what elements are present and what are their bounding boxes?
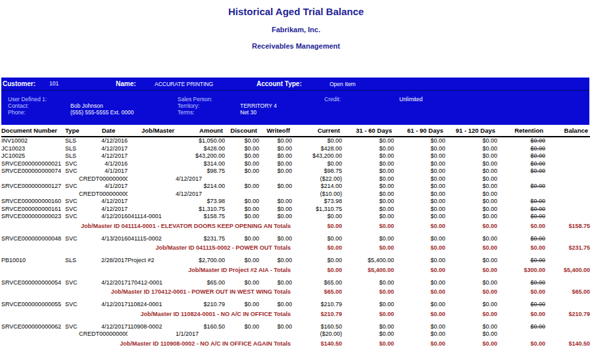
col-header-date: Date bbox=[89, 125, 128, 137]
col-header-discount: Discount bbox=[225, 125, 259, 137]
job-master-total-row: Job/Master ID 110908-0002 - NO A/C IN OF… bbox=[1, 338, 590, 348]
col-header-current: Current bbox=[292, 125, 342, 137]
col-header-job-master: Job/Master bbox=[128, 125, 179, 137]
col-header-writeoff: Writeoff bbox=[259, 125, 292, 137]
terms-label: Terms: bbox=[178, 109, 195, 116]
credit-value: Unlimited bbox=[399, 96, 422, 102]
contact-value: Bob Johnson bbox=[70, 102, 103, 109]
credit-apply-row: CREDT0000000000024/12/2017($10.00)$0.00$… bbox=[1, 191, 590, 198]
col-header-amount: Amount bbox=[179, 125, 225, 137]
col-header-type: Type bbox=[65, 125, 89, 137]
customer-header-bar: Customer: 101 Name: ACCURATE PRINTING Ac… bbox=[1, 78, 589, 125]
account-type-label: Account Type: bbox=[257, 80, 302, 87]
job-master-total-row: Job/Master ID Project #2 AIA - Totals$0.… bbox=[1, 265, 590, 275]
job-master-total-row: Job/Master ID 041114-0001 - ELEVATOR DOO… bbox=[1, 221, 590, 231]
report-title: Historical Aged Trial Balance bbox=[0, 6, 592, 17]
document-row: SRVCE000000000161SVC4/12/2017$1,310.75$0… bbox=[1, 206, 590, 214]
company-name: Fabrikam, Inc. bbox=[0, 26, 592, 34]
document-row: SRVCE000000000062SVC4/12/2017110908-0002… bbox=[1, 323, 590, 331]
spacer-row bbox=[1, 296, 590, 301]
col-header-91-120-days: 91 - 120 Days bbox=[445, 125, 497, 137]
document-row: JC10025SLS4/12/2017$43,200.00$0.00$0.00$… bbox=[1, 152, 590, 160]
document-row: JC10023SLS4/12/2017$428.00$0.00$0.00$428… bbox=[1, 145, 590, 153]
spacer-row bbox=[1, 319, 590, 323]
document-row: SRVCE000000000023SVC4/12/2016041114-0001… bbox=[1, 213, 590, 221]
document-row: SRVCE000000000074SVC4/1/2017$98.75$0.00$… bbox=[1, 168, 590, 175]
document-row: PB10010SLS2/28/2017Project #2$2,700.00$0… bbox=[1, 257, 590, 265]
col-header-document-number: Document Number bbox=[1, 125, 65, 137]
job-master-total-row: Job/Master ID 041115-0002 - POWER OUT To… bbox=[1, 242, 590, 252]
bar-separator bbox=[1, 90, 589, 91]
phone-value: (555) 555-5555 Ext. 0000 bbox=[70, 109, 134, 116]
credit-label: Credit: bbox=[324, 96, 341, 102]
spacer-row bbox=[1, 275, 590, 279]
user-defined-label: User Defined 1: bbox=[8, 96, 47, 102]
terms-value: Net 30 bbox=[240, 109, 257, 116]
sales-person-label: Sales Person: bbox=[178, 96, 212, 102]
document-row: SRVCE000000000160SVC4/12/2017$73.98$0.00… bbox=[1, 198, 590, 206]
spacer-row bbox=[1, 252, 590, 257]
name-label: Name: bbox=[116, 80, 136, 87]
aging-table: Document NumberTypeDateJob/MasterAmountD… bbox=[1, 125, 590, 348]
table-header-row: Document NumberTypeDateJob/MasterAmountD… bbox=[1, 125, 590, 137]
col-header-balance: Balance bbox=[545, 125, 590, 137]
col-header-retention: Retention bbox=[497, 125, 545, 137]
module-name: Receivables Management bbox=[0, 42, 592, 50]
document-row: SRVCE000000000054SVC4/12/2017170412-0001… bbox=[1, 279, 590, 287]
document-row: SRVCE000000000055SVC4/12/2017110824-0001… bbox=[1, 301, 590, 309]
report-page: Historical Aged Trial Balance Fabrikam, … bbox=[0, 0, 592, 364]
credit-apply-row: CREDT0000000000051/1/2017($20.00)$0.00$0… bbox=[1, 330, 590, 338]
account-type-value: Open Item bbox=[330, 81, 356, 87]
phone-label: Phone: bbox=[8, 109, 26, 116]
document-row: SRVCE000000000021SVC4/1/2016$314.00$0.00… bbox=[1, 160, 590, 168]
col-header-31-60-days: 31 - 60 Days bbox=[342, 125, 394, 137]
customer-label: Customer: bbox=[3, 80, 36, 87]
job-master-total-row: Job/Master ID 170412-0001 - POWER OUT IN… bbox=[1, 286, 590, 296]
document-row: SRVCE000000000127SVC4/1/2017$214.00$0.00… bbox=[1, 183, 590, 191]
document-row: INV10002SLS4/12/2016$1,050.00$0.00$0.00$… bbox=[1, 137, 590, 145]
territory-value: TERRITORY 4 bbox=[240, 102, 277, 109]
customer-id: 101 bbox=[49, 80, 59, 87]
territory-label: Territory: bbox=[178, 102, 199, 109]
col-header-61-90-days: 61 - 90 Days bbox=[394, 125, 445, 137]
credit-apply-row: CREDT0000000000064/12/2017($22.00)$0.00$… bbox=[1, 175, 590, 183]
job-master-total-row: Job/Master ID 110824-0001 - NO A/C IN OF… bbox=[1, 309, 590, 319]
spacer-row bbox=[1, 231, 590, 235]
customer-name: ACCURATE PRINTING bbox=[155, 81, 213, 87]
document-row: SRVCE000000000048SVC4/13/2016041115-0002… bbox=[1, 235, 590, 243]
contact-label: Contact: bbox=[8, 102, 29, 109]
